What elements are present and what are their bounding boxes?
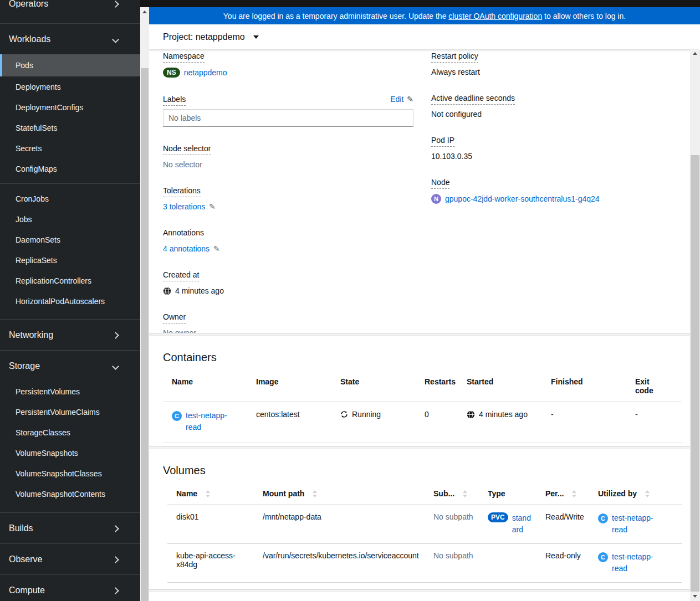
column-header-utilized-by[interactable]: Utilized by [589, 484, 682, 505]
cluster-oauth-configuration-link[interactable]: cluster OAuth configuration [448, 12, 542, 20]
volumes-table: Name Mount path Sub... Type Per... [167, 484, 682, 583]
active-deadline-value: Not configured [431, 110, 682, 119]
namespace-link[interactable]: netappdemo [184, 68, 227, 77]
content-scrollbar[interactable] [690, 49, 700, 601]
sort-icon[interactable] [645, 490, 650, 497]
container-restarts: 0 [416, 402, 458, 443]
column-header-permissions[interactable]: Per... [537, 484, 589, 505]
sidebar-group-storage[interactable]: Storage [0, 350, 140, 381]
sidebar-item-deployments[interactable]: Deployments [0, 76, 140, 97]
sidebar-item-storageclasses[interactable]: StorageClasses [0, 422, 140, 443]
pod-details-content: Namespace NS netappdemo Labels Edit ✎ [149, 49, 690, 601]
sync-running-icon [340, 410, 348, 418]
pencil-icon[interactable]: ✎ [213, 244, 220, 253]
restart-policy-detail: Restart policy Always restart [431, 52, 682, 76]
sidebar-group-builds[interactable]: Builds [0, 512, 140, 543]
container-name-link[interactable]: test-netapp-read [186, 410, 233, 433]
sidebar-group-operators[interactable]: Operators [0, 0, 140, 23]
volume-subpath: No subpath [425, 505, 479, 544]
volume-type-empty [479, 544, 537, 583]
sidebar-scrollbar[interactable] [140, 7, 149, 601]
utilized-by-link[interactable]: test-netapp-read [612, 551, 663, 574]
column-header-state: State [331, 372, 416, 402]
sidebar-group-networking[interactable]: Networking [0, 319, 140, 350]
scroll-up-button[interactable] [140, 7, 149, 17]
sidebar-group-label: Storage [9, 361, 40, 371]
namespace-label: Namespace [163, 52, 205, 63]
sort-icon[interactable] [206, 490, 210, 497]
sidebar-item-deploymentconfigs[interactable]: DeploymentConfigs [0, 97, 140, 117]
column-header-name[interactable]: Name [167, 484, 254, 505]
sidebar-item-volumesnapshotcontents[interactable]: VolumeSnapshotContents [0, 484, 140, 504]
volume-row: kube-api-access-x84dg /var/run/secrets/k… [167, 544, 682, 583]
sidebar-item-horizontalpodautoscalers[interactable]: HorizontalPodAutoscalers [0, 291, 140, 311]
pencil-icon[interactable]: ✎ [209, 202, 216, 211]
column-header-subpath[interactable]: Sub... [425, 484, 479, 505]
sidebar-item-secrets[interactable]: Secrets [0, 138, 140, 158]
sidebar-item-statefulsets[interactable]: StatefulSets [0, 117, 140, 138]
scroll-down-button[interactable] [690, 592, 700, 601]
sidebar-group-label: Operators [9, 0, 48, 9]
tolerations-detail: Tolerations 3 tolerations ✎ [163, 186, 413, 211]
column-header-image: Image [247, 372, 331, 402]
tolerations-link[interactable]: 3 tolerations [163, 202, 205, 211]
sidebar-item-cronjobs[interactable]: CronJobs [0, 188, 140, 209]
chevron-down-icon [113, 34, 118, 44]
column-header-name: Name [163, 372, 247, 402]
volume-permissions: Read-only [537, 544, 589, 583]
sidebar-group-compute[interactable]: Compute [0, 574, 140, 601]
tolerations-label: Tolerations [163, 186, 201, 197]
chevron-right-icon [113, 0, 118, 9]
sort-icon[interactable] [572, 490, 576, 497]
volume-permissions: Read/Write [537, 505, 589, 544]
sidebar-item-pods[interactable]: Pods [0, 54, 140, 76]
scrollbar-thumb[interactable] [691, 155, 699, 592]
details-right-column: Restart policy Always restart Active dea… [431, 52, 682, 355]
sidebar-item-volumesnapshotclasses[interactable]: VolumeSnapshotClasses [0, 463, 140, 484]
annotations-link[interactable]: 4 annotations [163, 244, 210, 253]
sort-icon[interactable] [463, 490, 467, 497]
container-row: C test-netapp-read centos:latest Running… [163, 402, 682, 443]
column-header-mount-path[interactable]: Mount path [254, 484, 425, 505]
sidebar-item-replicasets[interactable]: ReplicaSets [0, 250, 140, 270]
restart-policy-label: Restart policy [431, 52, 478, 63]
sidebar-group-workloads[interactable]: Workloads [0, 23, 140, 54]
sidebar-item-persistentvolumeclaims[interactable]: PersistentVolumeClaims [0, 402, 140, 422]
edit-labels-link[interactable]: Edit ✎ [390, 95, 413, 104]
created-at-label: Created at [163, 270, 199, 281]
container-badge: C [598, 513, 608, 523]
sidebar-item-replicationcontrollers[interactable]: ReplicationControllers [0, 270, 140, 291]
node-selector-label: Node selector [163, 144, 211, 155]
column-header-type[interactable]: Type [479, 484, 537, 505]
banner-text: You are logged in as a temporary adminis… [223, 12, 449, 20]
sidebar-item-volumesnapshots[interactable]: VolumeSnapshots [0, 443, 140, 463]
column-header-restarts: Restarts [416, 372, 458, 402]
utilized-by-link[interactable]: test-netapp-read [612, 512, 663, 536]
volumes-title: Volumes [149, 449, 690, 477]
sidebar-item-daemonsets[interactable]: DaemonSets [0, 229, 140, 250]
masthead-strip [140, 0, 700, 7]
sidebar-group-label: Builds [9, 523, 33, 533]
node-link[interactable]: gpupoc-42jdd-worker-southcentralus1-g4q2… [445, 194, 600, 203]
volume-row: disk01 /mnt/netapp-data No subpath PVC s… [167, 505, 682, 544]
sort-icon[interactable] [313, 490, 317, 497]
pvc-badge: PVC [488, 512, 508, 522]
sidebar-group-label: Workloads [9, 34, 50, 44]
globe-icon [467, 410, 475, 419]
sidebar-item-configmaps[interactable]: ConfigMaps [0, 158, 140, 179]
node-badge: N [431, 194, 441, 204]
container-state: Running [352, 410, 381, 419]
scroll-up-button[interactable] [690, 49, 700, 58]
labels-label: Labels [163, 95, 186, 106]
created-at-detail: Created at 4 minutes ago [163, 270, 413, 295]
project-selector[interactable]: Project: netappdemo [149, 24, 700, 49]
pvc-link[interactable]: standard [512, 512, 532, 536]
pod-ip-value: 10.103.0.35 [431, 152, 682, 161]
sidebar-item-jobs[interactable]: Jobs [0, 209, 140, 229]
sidebar-group-observe[interactable]: Observe [0, 543, 140, 574]
arrow-up-icon [693, 52, 697, 55]
scrollbar-thumb[interactable] [141, 68, 149, 601]
sidebar-item-persistentvolumes[interactable]: PersistentVolumes [0, 381, 140, 402]
created-at-value: 4 minutes ago [175, 286, 224, 295]
node-detail: Node N gpupoc-42jdd-worker-southcentralu… [431, 178, 682, 204]
